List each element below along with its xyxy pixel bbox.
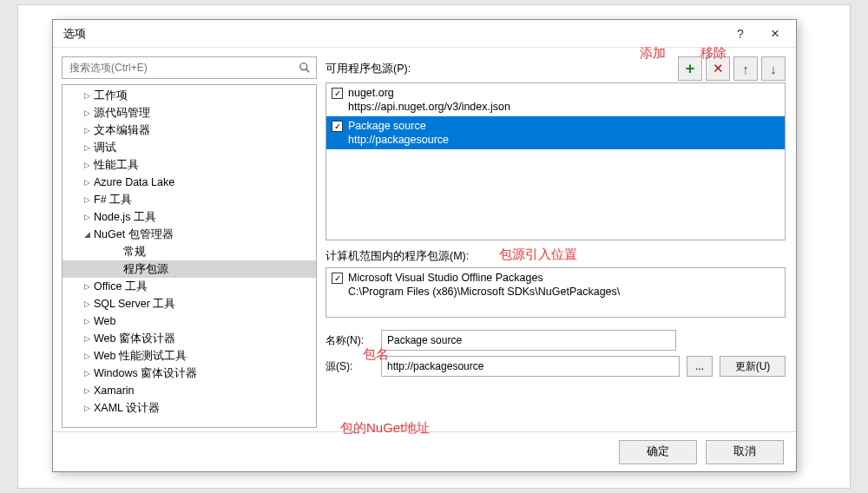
tree-item-label: Web 性能测试工具 (94, 348, 187, 364)
available-label: 可用程序包源(P): (326, 62, 674, 76)
source-url: https://api.nuget.org/v3/index.json (348, 100, 510, 114)
browse-button[interactable]: ... (687, 356, 713, 377)
move-up-button[interactable]: ↑ (733, 56, 758, 81)
close-button[interactable]: × (758, 22, 792, 46)
tree-item[interactable]: ◢NuGet 包管理器 (62, 226, 316, 243)
dialog-title: 选项 (63, 26, 723, 42)
tree-item-label: NuGet 包管理器 (94, 227, 174, 242)
tree-item-label: Azure Data Lake (94, 174, 174, 190)
tree-item[interactable]: ▷XAML 设计器 (62, 399, 316, 417)
expand-closed-icon: ▷ (82, 174, 92, 190)
tree-item[interactable]: ▷F# 工具 (62, 191, 316, 208)
source-field[interactable] (381, 356, 680, 377)
add-button[interactable]: + (678, 56, 702, 81)
tree-item[interactable]: ▷Azure Data Lake (62, 174, 316, 191)
ok-button[interactable]: 确定 (619, 440, 697, 464)
dialog-body: ▷工作项▷源代码管理▷文本编辑器▷调试▷性能工具▷Azure Data Lake… (53, 48, 796, 431)
tree-item-label: Windows 窗体设计器 (94, 365, 197, 381)
name-field[interactable] (381, 330, 676, 351)
tree-item[interactable]: 程序包源 (62, 260, 316, 278)
cross-icon: ✕ (713, 61, 724, 76)
expand-closed-icon: ▷ (82, 122, 92, 138)
tree-item[interactable]: ▷工作项 (62, 87, 316, 104)
source-url: http://packagesource (348, 133, 449, 147)
tree-item-label: F# 工具 (94, 192, 132, 207)
tree-item-label: SQL Server 工具 (94, 296, 175, 312)
list-item[interactable]: ✓Package sourcehttp://packagesource (326, 116, 785, 149)
expand-closed-icon: ▷ (82, 296, 92, 312)
expand-closed-icon: ▷ (82, 348, 92, 364)
name-row: 名称(N): (326, 330, 786, 351)
tree-item[interactable]: ▷SQL Server 工具 (62, 295, 316, 312)
machine-sources-listbox[interactable]: ✓Microsoft Visual Studio Offline Package… (326, 267, 786, 318)
expand-closed-icon: ▷ (82, 157, 92, 173)
search-input[interactable] (68, 61, 299, 75)
cancel-button[interactable]: 取消 (706, 440, 784, 464)
list-item[interactable]: ✓nuget.orghttps://api.nuget.org/v3/index… (326, 83, 785, 116)
tree-item-label: 文本编辑器 (94, 122, 150, 138)
source-url: C:\Program Files (x86)\Microsoft SDKs\Nu… (348, 285, 620, 299)
tree-item[interactable]: ▷Xamarin (62, 382, 316, 399)
sources-listbox[interactable]: ✓nuget.orghttps://api.nuget.org/v3/index… (326, 82, 786, 240)
arrow-down-icon: ↓ (770, 62, 777, 76)
list-item[interactable]: ✓Microsoft Visual Studio Offline Package… (326, 268, 785, 301)
left-pane: ▷工作项▷源代码管理▷文本编辑器▷调试▷性能工具▷Azure Data Lake… (62, 56, 317, 428)
arrow-up-icon: ↑ (742, 62, 749, 76)
titlebar: 选项 ? × (53, 20, 796, 48)
tree-item[interactable]: ▷Office 工具 (62, 278, 316, 295)
expand-closed-icon: ▷ (82, 400, 92, 416)
source-row: 源(S): ... 更新(U) (326, 356, 786, 377)
tree-item-label: Xamarin (94, 383, 135, 398)
options-tree[interactable]: ▷工作项▷源代码管理▷文本编辑器▷调试▷性能工具▷Azure Data Lake… (62, 84, 317, 428)
tree-item-label: Web (94, 313, 115, 329)
tree-item-label: XAML 设计器 (94, 400, 160, 416)
checkbox[interactable]: ✓ (332, 88, 343, 99)
checkbox[interactable]: ✓ (332, 273, 343, 284)
move-down-button[interactable]: ↓ (761, 56, 786, 81)
tree-item[interactable]: ▷Web 窗体设计器 (62, 330, 316, 347)
tree-item-label: Office 工具 (94, 279, 148, 294)
machine-label: 计算机范围内的程序包源(M): (326, 249, 786, 264)
update-button[interactable]: 更新(U) (720, 356, 786, 377)
tree-item-label: Node.js 工具 (94, 209, 156, 225)
expand-closed-icon: ▷ (82, 331, 92, 346)
tree-item[interactable]: ▷Windows 窗体设计器 (62, 365, 316, 382)
tree-item[interactable]: ▷性能工具 (62, 156, 316, 174)
plus-icon: + (686, 60, 695, 78)
expand-closed-icon: ▷ (82, 140, 92, 155)
expand-closed-icon: ▷ (82, 192, 92, 207)
tree-item-label: 工作项 (94, 88, 128, 103)
source-name: Package source (348, 119, 449, 133)
tree-item[interactable]: ▷Web (62, 312, 316, 330)
tree-item[interactable]: ▷文本编辑器 (62, 122, 316, 139)
search-wrap (62, 56, 317, 79)
tree-item-label: Web 窗体设计器 (94, 331, 175, 346)
right-pane: 可用程序包源(P): + ✕ ↑ ↓ ✓nuget.orghttps://api… (326, 56, 786, 428)
tree-item[interactable]: 常规 (62, 243, 316, 260)
help-button[interactable]: ? (723, 22, 758, 46)
expand-closed-icon: ▷ (82, 313, 92, 329)
tree-item-label: 调试 (94, 140, 116, 155)
tree-item-label: 常规 (123, 244, 146, 260)
expand-closed-icon: ▷ (82, 365, 92, 381)
checkbox[interactable]: ✓ (332, 121, 343, 132)
tree-item[interactable]: ▷源代码管理 (62, 104, 316, 122)
expand-closed-icon: ▷ (82, 105, 92, 121)
source-name: Microsoft Visual Studio Offline Packages (348, 271, 620, 285)
button-bar: 确定 取消 (53, 431, 796, 471)
list-item-text: Microsoft Visual Studio Offline Packages… (348, 271, 620, 299)
expand-closed-icon: ▷ (82, 279, 92, 294)
tree-item[interactable]: ▷Web 性能测试工具 (62, 347, 316, 365)
source-label: 源(S): (326, 359, 374, 374)
remove-button[interactable]: ✕ (706, 56, 730, 81)
list-item-text: Package sourcehttp://packagesource (348, 119, 449, 147)
name-label: 名称(N): (326, 333, 374, 348)
tree-item-label: 程序包源 (123, 261, 168, 277)
tree-item-label: 源代码管理 (94, 105, 150, 121)
tree-item[interactable]: ▷调试 (62, 139, 316, 156)
search-icon (299, 62, 311, 74)
expand-closed-icon: ▷ (82, 383, 92, 398)
tree-item[interactable]: ▷Node.js 工具 (62, 208, 316, 226)
list-item-text: nuget.orghttps://api.nuget.org/v3/index.… (348, 86, 510, 114)
source-name: nuget.org (348, 86, 510, 100)
